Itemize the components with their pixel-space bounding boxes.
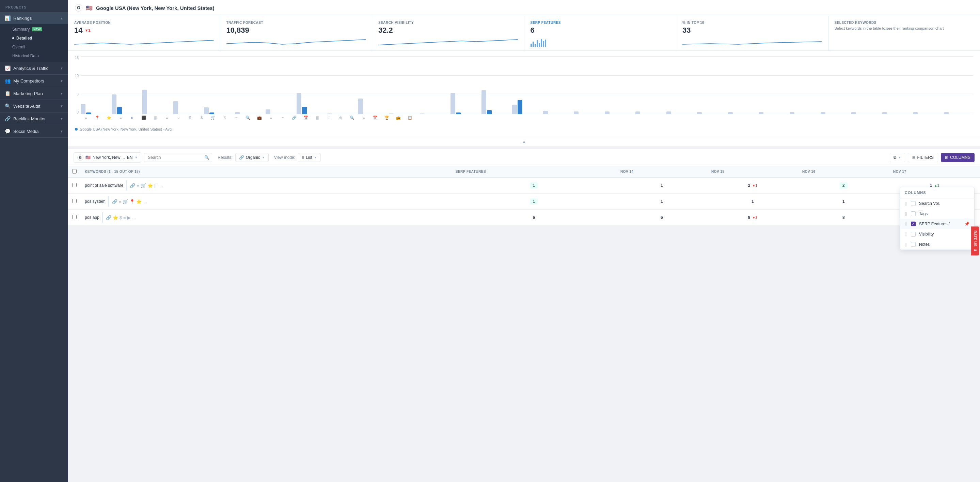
bar-group-22 xyxy=(728,112,758,114)
row2-icon-more: … xyxy=(143,199,148,204)
sidebar-item-analytics[interactable]: 📈 Analytics & Traffic ▼ xyxy=(0,62,68,74)
col-checkbox-serp-features[interactable]: ✓ xyxy=(911,222,916,227)
chart-icon-17: ≡ xyxy=(266,116,276,120)
sidebar-item-historical[interactable]: Historical Data xyxy=(0,51,68,60)
bar-group-4 xyxy=(173,101,203,114)
rankings-chevron: ▲ xyxy=(60,16,63,20)
sidebar-item-backlink[interactable]: 🔗 Backlink Monitor ▼ xyxy=(0,112,68,125)
chart-icon-21: ||| xyxy=(312,116,323,120)
stat-avg-position: AVERAGE POSITION 14 ▼1 xyxy=(68,16,220,51)
row3-icon-dollar: $ xyxy=(119,215,122,220)
sidebar-item-social[interactable]: 💬 Social Media ▼ xyxy=(0,125,68,137)
filters-icon: ⊟ xyxy=(912,155,916,160)
sidebar-item-rankings-label: Rankings xyxy=(13,16,32,21)
row1-icon-star: ⭐ xyxy=(148,183,153,188)
row1-icon-list: ≡ xyxy=(137,183,139,188)
analytics-chevron: ▼ xyxy=(60,67,63,70)
chart-collapse-btn[interactable]: ▲ xyxy=(68,137,980,146)
col-item-notes[interactable]: ⣿ Notes xyxy=(900,239,974,249)
bar-group-10 xyxy=(358,99,388,114)
chart-icon-14: ~ xyxy=(231,116,242,120)
col-item-search-vol[interactable]: ⣿ Search Vol. xyxy=(900,198,974,209)
row2-checkbox[interactable] xyxy=(72,199,76,203)
chart-icon-1: ≡ xyxy=(81,116,91,120)
organic-chevron: ▼ xyxy=(262,156,265,159)
select-all-checkbox[interactable] xyxy=(72,169,76,174)
col-item-tags[interactable]: ⣿ Tags xyxy=(900,209,974,219)
competitors-icon: 👥 xyxy=(5,78,11,83)
sidebar-item-overall[interactable]: Overall xyxy=(0,43,68,51)
col-checkbox-notes[interactable] xyxy=(911,242,916,247)
rankings-sub-items: Summary New Detailed Overall Historical … xyxy=(0,24,68,62)
stat-search-visibility: SEARCH VISIBILITY 32.2 xyxy=(372,16,524,51)
sidebar-item-summary[interactable]: Summary New xyxy=(0,25,68,34)
google-logo: G xyxy=(75,4,83,11)
copy-button[interactable]: ⧉ ▼ xyxy=(890,153,905,162)
social-label: Social Media xyxy=(13,129,38,134)
col-checkbox-tags[interactable] xyxy=(911,211,916,216)
table-row: point of sale software 🔗 ≡ 🛒 ⭐ ||| … xyxy=(68,177,980,194)
sidebar-item-marketing[interactable]: 📋 Marketing Plan ▼ xyxy=(0,87,68,99)
table-header-row: KEYWORDS (1 - 15 OUT OF 15) SERP FEATURE… xyxy=(68,166,980,177)
row1-nov14: 1 xyxy=(616,177,707,194)
drag-handle-4: ⣿ xyxy=(905,232,907,236)
y-label-0: 0 xyxy=(75,111,79,114)
bar-group-18 xyxy=(605,112,635,114)
location-selector[interactable]: G 🇺🇸 New York, New ... EN ▼ xyxy=(73,152,141,163)
col-checkbox-search-vol[interactable] xyxy=(911,201,916,206)
rate-us-button[interactable]: RATE US ⬇ xyxy=(971,227,979,255)
row1-checkbox[interactable] xyxy=(72,183,76,187)
y-label-15: 15 xyxy=(75,56,79,60)
chart-icon-7: ||| xyxy=(150,116,161,120)
traffic-forecast-value: 10,839 xyxy=(226,26,366,35)
organic-selector[interactable]: 🔗 Organic ▼ xyxy=(235,153,269,162)
row1-nov16: 2 xyxy=(798,177,889,194)
row3-nov14: 6 xyxy=(616,210,707,226)
table-wrap: KEYWORDS (1 - 15 OUT OF 15) SERP FEATURE… xyxy=(68,166,980,226)
sidebar-section-backlink: 🔗 Backlink Monitor ▼ xyxy=(0,112,68,125)
th-nov15: NOV 15 xyxy=(707,166,798,177)
bar-group-1 xyxy=(81,104,110,114)
chart-icon-25: ≡ xyxy=(359,116,369,120)
pct-top10-value: 33 xyxy=(682,26,822,35)
serp-bars xyxy=(531,37,670,47)
competitors-chevron: ▼ xyxy=(60,79,63,83)
row2-nov15: 1 xyxy=(707,194,798,210)
table-container-wrap: KEYWORDS (1 - 15 OUT OF 15) SERP FEATURE… xyxy=(68,166,980,482)
summary-label: Summary xyxy=(12,27,30,32)
filters-button[interactable]: ⊟ FILTERS xyxy=(908,153,938,162)
location-flag: 🇺🇸 xyxy=(86,155,91,160)
col-item-serp-features[interactable]: ⣿ ✓ SERP Features / 📌 xyxy=(900,219,974,229)
sidebar-section-rankings: 📊 Rankings ▲ Summary New Detailed Overal… xyxy=(0,12,68,62)
list-icon: ≡ xyxy=(302,155,304,160)
row3-keyword: pos app 🔗 ⭐ $ ≡ ▶ … xyxy=(81,210,452,226)
chart-icon-6: ⬛ xyxy=(138,116,149,120)
row3-icon-list: ≡ xyxy=(123,215,126,220)
chart-icon-20: 📅 xyxy=(301,116,311,120)
row3-nov15-change: ▼2 xyxy=(752,216,757,220)
search-visibility-value: 32.2 xyxy=(378,26,518,35)
row1-keyword: point of sale software 🔗 ≡ 🛒 ⭐ ||| … xyxy=(81,177,452,194)
sidebar-item-rankings[interactable]: 📊 Rankings ▲ xyxy=(0,12,68,24)
row3-checkbox[interactable] xyxy=(72,215,76,219)
summary-badge: New xyxy=(32,27,42,31)
rate-us-label: RATE US xyxy=(973,230,977,246)
th-nov16: NOV 16 xyxy=(798,166,889,177)
chart-bars-container xyxy=(81,56,973,114)
view-mode-selector[interactable]: ≡ List ▼ xyxy=(298,153,321,162)
row3-icon-link: 🔗 xyxy=(106,215,111,220)
rate-us-icon: ⬇ xyxy=(973,249,977,252)
search-input[interactable] xyxy=(144,153,212,162)
pct-top10-sparkline xyxy=(682,37,822,47)
sidebar-item-audit[interactable]: 🔍 Website Audit ▼ xyxy=(0,100,68,112)
sidebar-item-detailed[interactable]: Detailed xyxy=(0,34,68,43)
row3-icon-star: ⭐ xyxy=(113,215,118,220)
columns-button[interactable]: ⊞ COLUMNS xyxy=(941,153,975,162)
stat-selected-keywords: SELECTED KEYWORDS Select keywords in the… xyxy=(829,16,980,51)
col-item-visibility[interactable]: ⣿ Visibility xyxy=(900,229,974,239)
col-checkbox-visibility[interactable] xyxy=(911,232,916,236)
table-row: pos app 🔗 ⭐ $ ≡ ▶ … xyxy=(68,210,980,226)
sidebar-item-competitors[interactable]: 👥 My Competitors ▼ xyxy=(0,75,68,87)
th-checkbox xyxy=(68,166,81,177)
chart-icon-28: 📻 xyxy=(393,116,404,120)
